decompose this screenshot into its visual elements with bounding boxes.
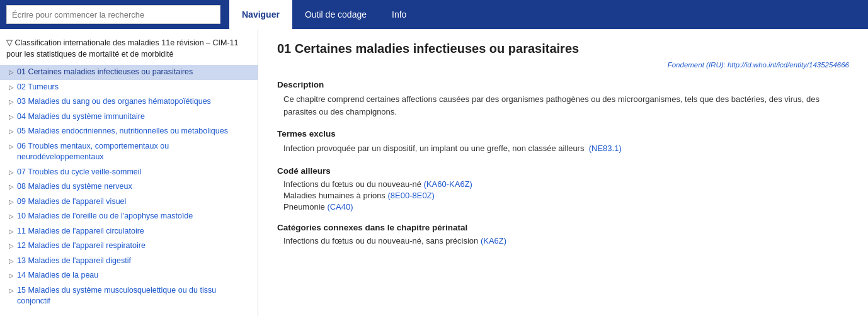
sidebar-item-11[interactable]: ▷11 Maladies de l'appareil circulatoire (0, 224, 258, 239)
top-bar: Naviguer Outil de codage Info (0, 0, 868, 29)
code-ailleurs-section: Codé ailleurs Infections du fœtus ou du … (277, 166, 849, 212)
arrow-icon: ▷ (9, 168, 14, 177)
categories-connexes-section: Catégories connexes dans le chapitre pér… (277, 223, 849, 245)
sidebar-item-13[interactable]: ▷13 Maladies de l'appareil digestif (0, 254, 258, 269)
termes-exclus-text: Infection provoquée par un dispositif, u… (283, 144, 584, 153)
sidebar-item-label: 14 Maladies de la peau (17, 270, 251, 281)
sidebar-item-01[interactable]: ▷01 Certaines maladies infectieuses ou p… (0, 65, 258, 80)
arrow-icon: ▷ (9, 242, 14, 251)
tab-info[interactable]: Info (379, 0, 419, 29)
sidebar-item-label: 10 Maladies de l'oreille ou de l'apophys… (17, 211, 251, 222)
categories-connexes-item: Infections du fœtus ou du nouveau-né, sa… (277, 236, 849, 245)
sidebar-item-label: 15 Maladies du système musculosquelettiq… (17, 285, 251, 307)
sidebar-item-label: 11 Maladies de l'appareil circulatoire (17, 226, 251, 237)
sidebar-item-03[interactable]: ▷03 Maladies du sang ou des organes héma… (0, 94, 258, 110)
sidebar-item-label: 08 Maladies du système nerveux (17, 181, 251, 193)
description-body: Ce chapitre comprend certaines affection… (277, 93, 849, 118)
foundation-link[interactable]: Fondement (IRU): http://id.who.int/icd/e… (277, 61, 849, 69)
sidebar-item-label: 07 Troubles du cycle veille-sommeil (17, 167, 251, 178)
code-ailleurs-item: Pneumonie (CA40) (277, 202, 849, 212)
description-section: Description Ce chapitre comprend certain… (277, 80, 849, 118)
categories-connexes-items: Infections du fœtus ou du nouveau-né, sa… (277, 236, 849, 245)
sidebar-item-label: 13 Maladies de l'appareil digestif (17, 256, 251, 267)
termes-exclus-body: Infection provoquée par un dispositif, u… (277, 142, 849, 155)
arrow-icon: ▷ (9, 286, 14, 295)
content-panel: 01 Certaines maladies infectieuses ou pa… (258, 29, 868, 316)
categories-connexes-label: Catégories connexes dans le chapitre pér… (277, 223, 849, 232)
sidebar-item-label: 05 Maladies endocriniennes, nutritionnel… (17, 126, 251, 137)
sidebar-item-14[interactable]: ▷14 Maladies de la peau (0, 268, 258, 283)
code-ailleurs-text: Infections du fœtus ou du nouveau-né (283, 179, 421, 189)
sidebar-item-08[interactable]: ▷08 Maladies du système nerveux (0, 179, 258, 195)
categories-connexes-text: Infections du fœtus ou du nouveau-né, sa… (283, 236, 478, 245)
sidebar-item-10[interactable]: ▷10 Maladies de l'oreille ou de l'apophy… (0, 209, 258, 224)
arrow-icon: ▷ (9, 68, 14, 77)
arrow-icon: ▷ (9, 142, 14, 151)
code-ailleurs-link[interactable]: (8E00-8E0Z) (388, 191, 435, 200)
description-label: Description (277, 80, 849, 89)
arrow-icon: ▷ (9, 271, 14, 280)
code-ailleurs-label: Codé ailleurs (277, 166, 849, 176)
search-input[interactable] (6, 5, 220, 24)
sidebar-item-label: 12 Maladies de l'appareil respiratoire (17, 240, 251, 252)
sidebar-item-label: 09 Maladies de l'appareil visuel (17, 196, 251, 208)
sidebar-item-02[interactable]: ▷02 Tumeurs (0, 80, 258, 95)
code-ailleurs-link[interactable]: (CA40) (327, 202, 353, 212)
sidebar-root-label: ▽ Classification internationale des mala… (0, 35, 258, 65)
arrow-icon: ▷ (9, 83, 14, 92)
arrow-icon: ▷ (9, 212, 14, 221)
sidebar-item-12[interactable]: ▷12 Maladies de l'appareil respiratoire (0, 239, 258, 254)
sidebar-item-label: 06 Troubles mentaux, comportementaux ou … (17, 141, 251, 163)
sidebar-item-label: 04 Maladies du système immunitaire (17, 111, 251, 123)
sidebar-item-label: 01 Certaines maladies infectieuses ou pa… (17, 67, 251, 78)
code-ailleurs-text: Pneumonie (283, 202, 325, 212)
sidebar: ▽ Classification internationale des mala… (0, 29, 258, 316)
sidebar-item-09[interactable]: ▷09 Maladies de l'appareil visuel (0, 195, 258, 210)
sidebar-item-label: 03 Maladies du sang ou des organes hémat… (17, 96, 251, 108)
search-container (0, 0, 227, 29)
categories-connexes-link[interactable]: (KA6Z) (481, 236, 506, 245)
code-ailleurs-link[interactable]: (KA60-KA6Z) (424, 179, 472, 189)
code-ailleurs-item: Maladies humaines à prions (8E00-8E0Z) (277, 191, 849, 200)
code-ailleurs-text: Maladies humaines à prions (283, 191, 385, 200)
sidebar-item-04[interactable]: ▷04 Maladies du système immunitaire (0, 110, 258, 125)
code-ailleurs-item: Infections du fœtus ou du nouveau-né (KA… (277, 179, 849, 189)
tab-bar: Naviguer Outil de codage Info (229, 0, 419, 29)
arrow-icon: ▷ (9, 98, 14, 106)
sidebar-item-05[interactable]: ▷05 Maladies endocriniennes, nutritionne… (0, 124, 258, 139)
arrow-icon: ▷ (9, 257, 14, 266)
arrow-icon: ▷ (9, 227, 14, 236)
arrow-icon: ▷ (9, 198, 14, 206)
arrow-icon: ▷ (9, 113, 14, 121)
tab-outil-de-codage[interactable]: Outil de codage (292, 0, 379, 29)
arrow-icon: ▷ (9, 183, 14, 191)
tab-naviguer[interactable]: Naviguer (229, 0, 292, 29)
foundation-url[interactable]: Fondement (IRU): http://id.who.int/icd/e… (668, 61, 849, 69)
termes-exclus-label: Termes exclus (277, 129, 849, 138)
arrow-icon: ▷ (9, 127, 14, 136)
sidebar-items-container: ▷01 Certaines maladies infectieuses ou p… (0, 65, 258, 309)
content-title: 01 Certaines maladies infectieuses ou pa… (277, 42, 849, 56)
termes-exclus-link[interactable]: (NE83.1) (589, 144, 622, 153)
sidebar-item-label: 02 Tumeurs (17, 82, 251, 93)
code-ailleurs-items: Infections du fœtus ou du nouveau-né (KA… (277, 179, 849, 212)
sidebar-item-15[interactable]: ▷15 Maladies du système musculosqueletti… (0, 283, 258, 309)
main-layout: ▽ Classification internationale des mala… (0, 29, 868, 316)
sidebar-item-07[interactable]: ▷07 Troubles du cycle veille-sommeil (0, 165, 258, 180)
termes-exclus-section: Termes exclus Infection provoquée par un… (277, 129, 849, 155)
sidebar-item-06[interactable]: ▷06 Troubles mentaux, comportementaux ou… (0, 139, 258, 165)
